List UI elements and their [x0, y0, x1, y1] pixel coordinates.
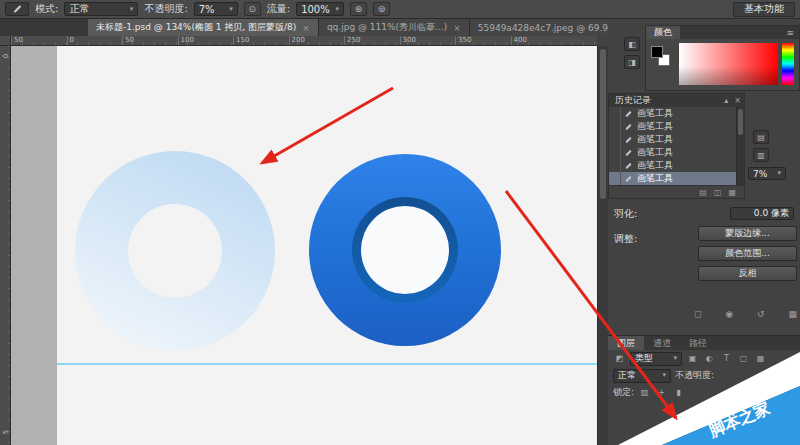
color-panel-content	[646, 39, 799, 90]
brush-tool-icon	[621, 126, 635, 128]
document-tabbar: 未标题-1.psd @ 134%(椭圆 1 拷贝, 图层蒙版/8) × qq.j…	[0, 19, 608, 36]
history-state-row[interactable]: 画笔工具	[609, 159, 736, 172]
history-state-row[interactable]: 画笔工具	[609, 133, 736, 146]
scrollbar-thumb[interactable]	[600, 49, 606, 199]
feather-value-field[interactable]: 0.0 像素	[730, 207, 794, 220]
brush-tool-icon	[621, 165, 635, 167]
airbrush-icon[interactable]: ⊛	[350, 2, 367, 16]
chevron-down-icon: ▾	[336, 6, 340, 13]
ruler-tick-label: 400	[511, 36, 567, 45]
vertical-ruler: 0 5	[0, 46, 11, 445]
tool-preset-picker[interactable]	[5, 2, 29, 16]
history-brush-source-well[interactable]	[609, 172, 621, 185]
history-brush-source-well[interactable]	[609, 159, 621, 172]
opacity-label: 不透明度:	[144, 2, 187, 16]
opacity-dropdown[interactable]: 7% ▾	[194, 2, 238, 16]
history-state-label: 画笔工具	[635, 146, 673, 159]
document-tab-label: qq.jpg @ 111%(秀川临摹...)	[327, 21, 447, 34]
collapsed-panel-icon[interactable]: ◨	[624, 55, 640, 69]
feather-label: 羽化:	[614, 207, 637, 221]
mode-label: 模式:	[35, 2, 58, 16]
history-brush-source-well[interactable]	[609, 133, 621, 146]
document-canvas[interactable]	[57, 46, 597, 445]
delete-icon[interactable]: ▦	[788, 309, 797, 319]
scrollbar-thumb[interactable]	[738, 109, 743, 135]
history-scrollbar[interactable]	[736, 107, 744, 185]
ruler-tick-label: 100	[178, 36, 234, 45]
collapsed-panel-icon[interactable]: ▤	[753, 130, 769, 144]
panel-menu-icon[interactable]: ≡	[781, 28, 799, 38]
ruler-tick-label: 50	[122, 36, 178, 45]
pen-pressure-glyph: ⊙	[248, 4, 256, 14]
history-panel-header: 历史记录 ▴ ×	[609, 94, 744, 107]
new-document-from-state-icon[interactable]: ▤	[699, 188, 707, 197]
color-panel: 颜色 ≡	[645, 25, 800, 91]
collapse-icon[interactable]: ▴	[721, 96, 731, 105]
history-brush-source-well[interactable]	[609, 107, 621, 120]
brush-tool-icon	[13, 5, 21, 13]
mask-icon[interactable]: ◻	[694, 309, 701, 319]
collapsed-panel-icon[interactable]: ◧	[624, 37, 640, 51]
hue-slider[interactable]	[782, 43, 794, 85]
document-tab[interactable]: qq.jpg @ 111%(秀川临摹...) ×	[319, 19, 470, 36]
adjustment-button[interactable]: 反相	[698, 266, 797, 281]
flow-dropdown[interactable]: 100% ▾	[296, 2, 344, 16]
collapsed-panel-icon[interactable]: ▥	[753, 148, 769, 162]
brush-tool-icon	[621, 139, 635, 141]
blue-donut-hole	[361, 206, 449, 294]
new-snapshot-icon[interactable]: ◫	[714, 188, 722, 197]
history-panel-title: 历史记录	[609, 94, 657, 107]
properties-panel-footer: ◻ ◉ ↺ ▦	[694, 309, 797, 319]
saturation-brightness-field[interactable]	[679, 43, 778, 85]
history-brush-source-well[interactable]	[609, 120, 621, 133]
document-tab[interactable]: 55949a428e4c7.jpeg @ 69.9... ×	[470, 19, 608, 36]
blend-mode-dropdown[interactable]: 正常 ▾	[64, 2, 138, 16]
opacity-value: 7%	[199, 4, 215, 15]
feather-value: 0.0 像素	[754, 207, 789, 220]
ruler-tick-label: 0	[67, 36, 123, 45]
photoshop-window: 模式: 正常 ▾ 不透明度: 7% ▾ ⊙ 流量: 100% ▾ ⊛ ⊚ 基本功…	[0, 0, 800, 445]
history-brush-source-well[interactable]	[609, 146, 621, 159]
ruler-tick-label: 350	[455, 36, 511, 45]
ruler-corner	[0, 36, 11, 46]
mini-opacity-field[interactable]: 7% ▾	[748, 167, 786, 180]
workspace-switcher-button[interactable]: 基本功能	[733, 2, 795, 17]
history-state-row[interactable]: 画笔工具	[609, 146, 736, 159]
canvas-pasteboard[interactable]	[11, 46, 597, 445]
adjustment-button[interactable]: 颜色范围...	[698, 246, 797, 261]
history-state-label: 画笔工具	[635, 159, 673, 172]
visibility-icon[interactable]: ◉	[725, 309, 733, 319]
delete-state-icon[interactable]: ▦	[728, 188, 736, 197]
close-icon[interactable]: ×	[453, 23, 461, 33]
chevron-down-icon: ▾	[777, 170, 781, 177]
close-icon[interactable]: ×	[731, 96, 744, 105]
panel-glyph: ◨	[628, 58, 636, 67]
adjustments-label: 调整:	[614, 232, 637, 246]
airbrush-glyph: ⊛	[355, 4, 363, 14]
adjustment-button[interactable]: 蒙版边缘...	[698, 226, 797, 241]
horizontal-guide-line	[57, 363, 597, 365]
history-state-row[interactable]: 画笔工具	[609, 107, 736, 120]
blue-donut-shape	[309, 154, 501, 346]
history-panel-footer: ▤ ◫ ▦	[609, 185, 744, 198]
history-state-row[interactable]: 画笔工具	[609, 120, 736, 133]
history-state-row[interactable]: 画笔工具	[609, 172, 736, 185]
close-icon[interactable]: ×	[302, 23, 310, 33]
pen-pressure-opacity-icon[interactable]: ⊙	[244, 2, 261, 16]
watermark: jb51.net 脚本之家	[600, 340, 800, 445]
flow-value: 100%	[301, 4, 330, 15]
workspace-label: 基本功能	[744, 2, 784, 16]
color-panel-header: 颜色 ≡	[646, 26, 799, 39]
ruler-tick-label: 200	[289, 36, 345, 45]
pen-pressure-size-icon[interactable]: ⊚	[373, 2, 390, 16]
feather-row: 羽化: 0.0 像素	[608, 205, 800, 222]
ruler-tick-label: 250	[344, 36, 400, 45]
foreground-color-swatch[interactable]	[651, 46, 663, 58]
tab-color[interactable]: 颜色	[646, 26, 680, 39]
ruler-tick-label: 5	[2, 427, 10, 438]
reset-icon[interactable]: ↺	[757, 309, 765, 319]
document-tab[interactable]: 未标题-1.psd @ 134%(椭圆 1 拷贝, 图层蒙版/8) ×	[88, 19, 319, 36]
light-donut-hole	[128, 204, 222, 298]
blue-donut-inner-ring	[352, 197, 458, 303]
mini-opacity-value: 7%	[753, 169, 767, 179]
